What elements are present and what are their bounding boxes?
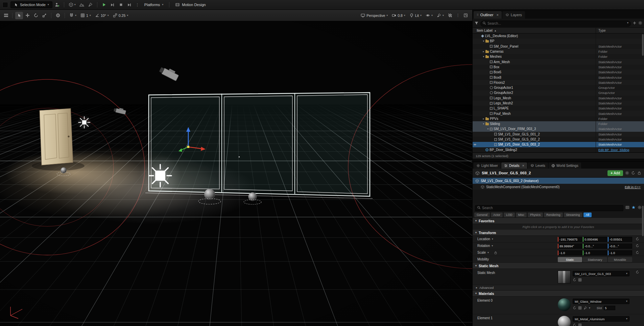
reset-icon[interactable] <box>631 171 635 175</box>
outliner-row[interactable]: SM_LV1_Door_GLS_002_2StaticMeshActor <box>473 137 644 142</box>
filter-chip-all[interactable]: All <box>583 212 592 217</box>
static-mesh-dropdown[interactable]: SM_LV1_Door_GLS_003▾ <box>573 271 629 276</box>
value-field[interactable]: 0.000496 <box>583 237 607 242</box>
advanced-expander[interactable]: ▸ Advanced <box>473 285 644 291</box>
outliner-row[interactable]: Box6StaticMeshActor <box>473 70 644 75</box>
filter-chip-physics[interactable]: Physics <box>528 212 543 217</box>
reset-icon[interactable] <box>636 237 639 241</box>
scale-tool[interactable] <box>41 12 48 19</box>
outliner-row[interactable]: ▾SlidingFolder <box>473 121 644 126</box>
value-field[interactable]: -1.0 <box>608 250 632 255</box>
grid-snap-toggle[interactable]: 1▾ <box>79 12 93 19</box>
filter-chip-general[interactable]: General <box>474 212 490 217</box>
tab-world-settings[interactable]: World Settings <box>549 162 581 169</box>
outliner-row[interactable]: Box8StaticMeshActor <box>473 75 644 80</box>
edit-in-cpp-link[interactable]: Edit in C++ <box>625 185 641 189</box>
value-field[interactable]: 89.99994° <box>558 244 582 249</box>
foliage-mode-button[interactable] <box>87 1 94 8</box>
material-thumbnail[interactable] <box>558 298 571 311</box>
viewport[interactable] <box>0 21 472 326</box>
rotate-tool[interactable] <box>32 12 40 19</box>
landscape-mode-button[interactable] <box>78 1 86 8</box>
chevron-down-icon[interactable]: ▾ <box>627 22 628 24</box>
outliner-row[interactable]: LVL_DevArea (Editor) <box>473 33 644 39</box>
add-icon[interactable] <box>633 21 637 25</box>
browse-icon[interactable] <box>578 278 582 282</box>
outliner-row[interactable]: Legs_Mesh2StaticMeshActor <box>473 101 644 106</box>
filter-chip-misc[interactable]: Misc <box>516 212 527 217</box>
viewport-3d-scene[interactable] <box>0 21 472 326</box>
platforms-dropdown[interactable]: Platforms ▾ <box>142 1 166 8</box>
value-field[interactable]: -1.0 <box>583 250 607 255</box>
gear-icon[interactable] <box>638 205 642 209</box>
show-flags-dropdown[interactable]: ▾ <box>424 12 434 19</box>
settings-icon[interactable] <box>638 21 642 25</box>
scale-label[interactable]: Scale▾ <box>477 251 497 254</box>
outliner-row[interactable]: Legs_MeshStaticMeshActor <box>473 96 644 101</box>
perspective-dropdown[interactable]: Perspective▾ <box>359 12 389 19</box>
transform-section-header[interactable]: ▾ Transform <box>473 230 644 236</box>
filter-chip-rendering[interactable]: Rendering <box>544 212 563 217</box>
favorites-star-icon[interactable] <box>631 205 636 209</box>
maximize-viewport-icon[interactable] <box>462 12 470 19</box>
value-field[interactable]: -1.0 <box>558 250 582 255</box>
view-mode-dropdown[interactable]: Lit▾ <box>408 12 423 19</box>
create-content-button[interactable]: ▾ <box>67 1 77 8</box>
outliner-row[interactable]: GroupActor2GroupActor <box>473 90 644 95</box>
use-selected-icon[interactable] <box>573 278 576 282</box>
tab-levels[interactable]: Levels <box>528 162 548 169</box>
expander-icon[interactable]: ▸ <box>482 117 485 120</box>
outliner-row[interactable]: L_SHAPEStaticMeshActor <box>473 106 644 111</box>
browse-icon[interactable] <box>578 323 582 326</box>
expander-icon[interactable]: ▾ <box>486 127 490 130</box>
value-field[interactable]: -191.796875 <box>558 237 582 242</box>
outliner-search-input[interactable] <box>480 21 631 27</box>
eyedropper-icon[interactable] <box>583 306 587 310</box>
mobility-movable[interactable]: Movable <box>608 257 632 262</box>
scale-snap-toggle[interactable]: 0.25▾ <box>111 12 130 19</box>
motion-design-button[interactable]: Motion Design <box>172 1 208 8</box>
component-row[interactable]: StaticMeshComponent (StaticMeshComponent… <box>473 184 644 190</box>
stop-button[interactable] <box>117 1 125 8</box>
outliner-row[interactable]: GroupActor1GroupActor <box>473 85 644 90</box>
edit-blueprint-link[interactable]: Edit BP_Door_Sliding <box>598 148 629 152</box>
mobility-static[interactable]: Static <box>558 257 582 262</box>
tab-layers[interactable]: Layers <box>502 11 525 19</box>
rotation-snap-toggle[interactable]: 10°▾ <box>93 12 111 19</box>
point-light-sprite[interactable] <box>77 115 92 130</box>
filter-chip-streaming[interactable]: Streaming <box>564 212 582 217</box>
favorites-section-header[interactable]: ▾ Favorites <box>473 218 644 224</box>
slot-field[interactable]: 5 <box>604 306 615 310</box>
material-dropdown[interactable]: MI_Glass_Window▾ <box>573 299 629 304</box>
outliner-row[interactable]: BP_Door_Sliding2Edit BP_Door_Sliding <box>473 147 644 152</box>
camera-speed-dropdown[interactable]: 0.8▾ <box>390 12 407 19</box>
visibility-toggle[interactable] <box>473 143 477 146</box>
use-selected-icon[interactable] <box>573 323 576 326</box>
material-thumbnail[interactable] <box>558 316 571 326</box>
outliner-row[interactable]: ▸CamerasFolder <box>473 49 644 54</box>
viewport-paint-dropdown[interactable]: ▾ <box>435 12 446 19</box>
expander-icon[interactable]: ▸ <box>482 50 485 53</box>
eject-button[interactable] <box>126 1 133 8</box>
outliner-row[interactable]: Pouf_MeshStaticMeshActor <box>473 111 644 116</box>
reset-icon[interactable] <box>636 251 639 254</box>
viewport-options-icon[interactable] <box>3 12 9 18</box>
move-tool[interactable] <box>24 12 31 19</box>
close-icon[interactable]: × <box>496 13 498 17</box>
value-field[interactable]: -0.0...° <box>608 244 632 249</box>
menu-icon[interactable] <box>2 2 8 8</box>
tab-light-mixer[interactable]: Light Mixer <box>474 162 501 169</box>
surface-snap-toggle[interactable]: ▾ <box>68 12 78 19</box>
eye-icon[interactable] <box>473 143 477 146</box>
rotation-label[interactable]: Rotation▾ <box>477 244 493 248</box>
table-icon[interactable] <box>625 205 629 209</box>
outliner-row[interactable]: Arm_MeshStaticMeshActor <box>473 59 644 64</box>
select-tool[interactable] <box>15 12 23 19</box>
settings-icon[interactable] <box>625 171 629 175</box>
chevron-down-icon[interactable]: ▾ <box>589 307 590 309</box>
outliner-row[interactable]: ▾SM_LV1_Door_FRM_003_3StaticMeshActor <box>473 126 644 131</box>
outliner-scrollbar[interactable] <box>642 34 644 56</box>
value-field[interactable]: -0.00501 <box>608 237 632 242</box>
details-scrollbar[interactable] <box>642 206 644 236</box>
panel-splitter[interactable] <box>473 159 644 162</box>
